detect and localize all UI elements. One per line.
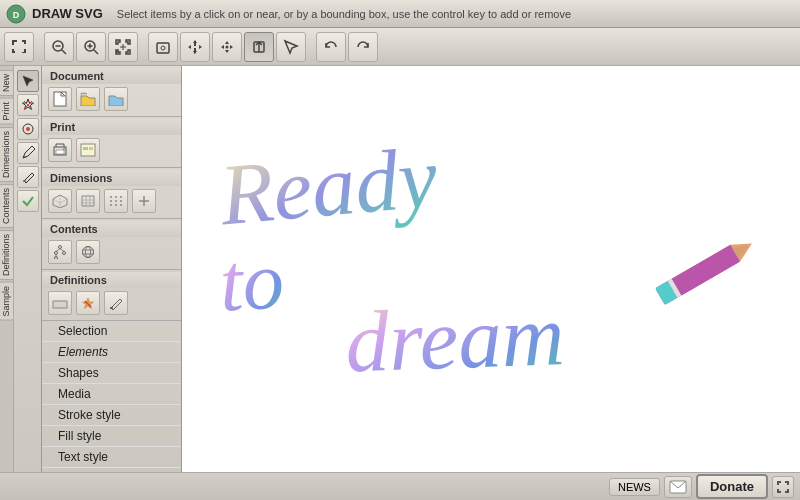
svg-point-18 xyxy=(26,127,30,131)
toolbar xyxy=(0,28,800,66)
redo-button[interactable] xyxy=(348,32,378,62)
donate-button[interactable]: Donate xyxy=(696,474,768,499)
tab-definitions[interactable]: Definitions xyxy=(0,230,14,280)
svg-rect-11 xyxy=(157,43,169,53)
app-title: DRAW SVG xyxy=(32,6,103,21)
fit-button[interactable] xyxy=(108,32,138,62)
tree-button[interactable] xyxy=(48,240,72,264)
brush-tool-button[interactable] xyxy=(17,166,39,188)
news-button[interactable]: NEWS xyxy=(609,478,660,496)
new-doc-button[interactable] xyxy=(48,87,72,111)
star-tool-button[interactable] xyxy=(17,94,39,116)
zoom-box-button[interactable] xyxy=(148,32,178,62)
svg-point-44 xyxy=(63,252,66,255)
canvas-area[interactable]: Ready to dream xyxy=(182,66,800,472)
svg-point-35 xyxy=(115,200,117,202)
svg-line-6 xyxy=(94,50,98,54)
svg-text:Ready: Ready xyxy=(215,129,441,244)
tab-contents[interactable]: Contents xyxy=(0,184,14,228)
fullscreen-button[interactable] xyxy=(772,476,794,498)
panel-item-text-style[interactable]: Text style xyxy=(42,447,181,468)
titlebar-hint: Select items by a click on or near, or b… xyxy=(117,8,571,20)
tab-dimensions[interactable]: Dimensions xyxy=(0,127,14,182)
svg-point-31 xyxy=(110,196,112,198)
sidebar-section-contents: Contents xyxy=(42,219,181,270)
expand-canvas-button[interactable] xyxy=(4,32,34,62)
sidebar-document-icons xyxy=(42,84,181,114)
tool-tabs-panel: New Print Dimensions Contents Definition… xyxy=(0,66,14,472)
panel-items-list: Selection Elements Shapes Media Stroke s… xyxy=(42,321,181,472)
sidebar-section-document: Document xyxy=(42,66,181,117)
panel-item-media[interactable]: Media xyxy=(42,384,181,405)
statusbar: NEWS Donate xyxy=(0,472,800,500)
app-icon: D xyxy=(6,4,26,24)
selection-tool-button[interactable] xyxy=(17,70,39,92)
move-button[interactable] xyxy=(212,32,242,62)
def-rect-button[interactable] xyxy=(48,291,72,315)
svg-rect-26 xyxy=(89,147,93,150)
undo-button[interactable] xyxy=(316,32,346,62)
panel-item-stroke-style[interactable]: Stroke style xyxy=(42,405,181,426)
svg-point-42 xyxy=(59,246,62,249)
sidebar-document-title: Document xyxy=(42,68,181,84)
email-button[interactable] xyxy=(664,476,692,498)
sidebar-print-title: Print xyxy=(42,119,181,135)
open-doc-button[interactable] xyxy=(76,87,100,111)
sidebar-contents-icons xyxy=(42,237,181,267)
svg-line-47 xyxy=(60,249,64,252)
sidebar-section-definitions: Definitions xyxy=(42,270,181,321)
svg-point-43 xyxy=(55,252,58,255)
panel-item-fill-style[interactable]: Fill style xyxy=(42,426,181,447)
sidebar-print-icons xyxy=(42,135,181,165)
svg-line-46 xyxy=(56,249,60,252)
recent-doc-button[interactable] xyxy=(104,87,128,111)
panel-item-marker-style[interactable]: Marker style xyxy=(42,468,181,472)
dim-grid-button[interactable] xyxy=(76,189,100,213)
dim-dots-button[interactable] xyxy=(104,189,128,213)
svg-line-3 xyxy=(62,50,66,54)
svg-point-50 xyxy=(86,247,91,258)
svg-point-32 xyxy=(115,196,117,198)
zoom-out-button[interactable] xyxy=(44,32,74,62)
svg-rect-19 xyxy=(23,180,26,182)
dim-box-button[interactable] xyxy=(48,189,72,213)
preview-button[interactable] xyxy=(76,138,100,162)
sidebar-dimensions-title: Dimensions xyxy=(42,170,181,186)
svg-text:D: D xyxy=(13,10,20,20)
print-button[interactable] xyxy=(48,138,72,162)
sidebar: Document Print xyxy=(42,66,182,472)
pencil-tool-button[interactable] xyxy=(17,142,39,164)
sidebar-section-print: Print xyxy=(42,117,181,168)
align-up-button[interactable] xyxy=(244,32,274,62)
tab-sample[interactable]: Sample xyxy=(0,282,14,321)
svg-point-36 xyxy=(120,200,122,202)
svg-point-34 xyxy=(110,200,112,202)
check-tool-button[interactable] xyxy=(17,190,39,212)
panel-item-elements[interactable]: Elements xyxy=(42,342,181,363)
sidebar-section-dimensions: Dimensions xyxy=(42,168,181,219)
pointer-button[interactable] xyxy=(276,32,306,62)
panel-item-shapes[interactable]: Shapes xyxy=(42,363,181,384)
sidebar-contents-title: Contents xyxy=(42,221,181,237)
def-brush-button[interactable] xyxy=(104,291,128,315)
globe-button[interactable] xyxy=(76,240,100,264)
svg-rect-55 xyxy=(110,307,113,309)
svg-rect-22 xyxy=(56,150,64,154)
tools-panel xyxy=(14,66,42,472)
zoom-in-button[interactable] xyxy=(76,32,106,62)
titlebar: D DRAW SVG Select items by a click on or… xyxy=(0,0,800,28)
record-tool-button[interactable] xyxy=(17,118,39,140)
svg-text:to: to xyxy=(217,234,286,328)
sidebar-definitions-icons xyxy=(42,288,181,318)
panel-item-selection[interactable]: Selection xyxy=(42,321,181,342)
def-star-button[interactable] xyxy=(76,291,100,315)
svg-point-33 xyxy=(120,196,122,198)
svg-point-37 xyxy=(110,204,112,206)
dim-plus-button[interactable] xyxy=(132,189,156,213)
svg-rect-25 xyxy=(83,147,88,150)
tab-new[interactable]: New xyxy=(0,70,14,96)
tab-print[interactable]: Print xyxy=(0,98,14,125)
pan-button[interactable] xyxy=(180,32,210,62)
svg-point-49 xyxy=(83,247,94,258)
svg-rect-53 xyxy=(53,301,67,308)
